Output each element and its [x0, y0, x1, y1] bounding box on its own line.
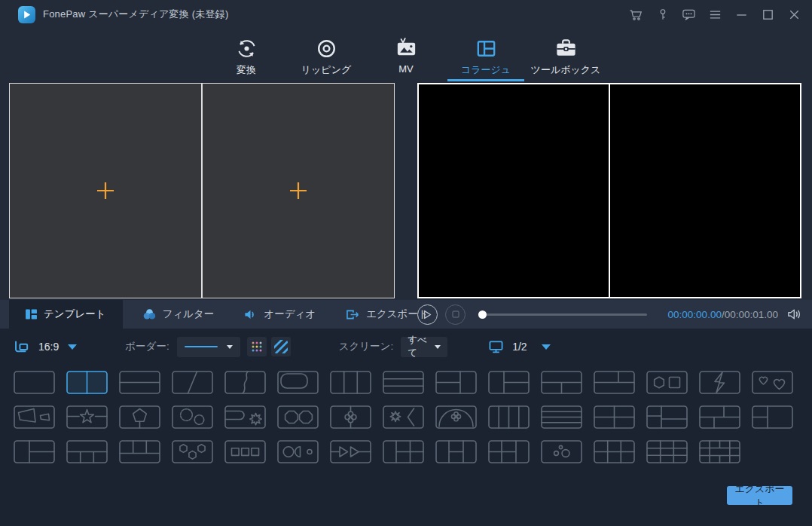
template-cell-grid-right-col[interactable]	[488, 440, 530, 463]
template-cell-clover-split[interactable]	[330, 405, 371, 429]
border-style-dropdown-arrow	[227, 345, 233, 349]
titlebar-buttons	[627, 6, 803, 23]
template-cell-star-bar[interactable]	[66, 405, 108, 429]
template-cell-grid-2x2[interactable]	[594, 405, 635, 429]
template-cell-bolt[interactable]	[699, 371, 740, 394]
minimize-icon[interactable]	[733, 6, 750, 23]
template-cell-tab-burst[interactable]	[224, 405, 266, 429]
rip-icon	[314, 35, 339, 62]
template-cell-hex-square[interactable]	[646, 371, 688, 394]
template-cell-cols-4[interactable]	[488, 405, 530, 429]
template-page-control: 1/2	[489, 340, 550, 353]
template-cell-arrows-2[interactable]	[330, 440, 371, 463]
collage-editor	[9, 83, 395, 298]
template-cell-hexagons-3[interactable]	[172, 440, 213, 463]
collage-slot-2[interactable]	[203, 84, 394, 298]
template-cell-pinwheel-bracket[interactable]	[383, 405, 424, 429]
template-cell-narrow-left-split[interactable]	[752, 405, 793, 429]
template-cell-octagons[interactable]	[277, 405, 319, 429]
template-cell-arch-clover[interactable]	[435, 405, 477, 429]
volume-button[interactable]	[786, 307, 802, 321]
tab-filter[interactable]: フィルター	[130, 300, 227, 329]
template-cell-pip-round[interactable]	[277, 371, 319, 394]
screen-select-value: すべて	[408, 334, 435, 359]
color-palette-icon	[251, 341, 263, 353]
register-key-icon[interactable]	[654, 6, 671, 23]
nav-item-rip[interactable]: リッピング	[286, 29, 366, 81]
template-cell-split-h[interactable]	[119, 371, 160, 394]
template-cell-tworows-right[interactable]	[488, 371, 530, 394]
template-cell-megaphone[interactable]	[14, 405, 55, 429]
template-cell-rows-4[interactable]	[541, 405, 582, 429]
template-cell-squares-3[interactable]	[224, 440, 266, 463]
maximize-icon[interactable]	[759, 6, 777, 23]
template-cell-grid-3x3[interactable]	[646, 440, 688, 463]
audio-icon	[244, 309, 257, 320]
collage-icon	[474, 35, 499, 62]
nav-item-collage[interactable]: コラージュ	[446, 29, 526, 81]
border-pattern-button[interactable]	[271, 337, 291, 356]
template-cell-hearts[interactable]	[752, 371, 793, 394]
template-cell-grid-border-center[interactable]	[699, 440, 740, 463]
template-cell-top-bottom-cols3[interactable]	[66, 440, 108, 463]
preview-area	[417, 83, 801, 298]
template-icon	[26, 309, 37, 320]
collage-settings-bar: 16:9 ボーダー: スクリーン: すべて	[0, 329, 812, 365]
template-cell-split-diag[interactable]	[172, 371, 213, 394]
template-cell-twocols-bottom[interactable]	[541, 371, 582, 394]
nav-label: コラージュ	[461, 63, 511, 77]
template-cell-tworows-left[interactable]	[435, 371, 477, 394]
template-cell-tworows-right[interactable]	[14, 440, 55, 463]
toolbox-icon	[554, 35, 578, 62]
template-cell-grid-left-col[interactable]	[383, 440, 424, 463]
template-cell-bubbles[interactable]	[541, 440, 582, 463]
template-cell-grid-offset-a[interactable]	[646, 405, 688, 429]
template-cell-gear-circles[interactable]	[172, 405, 213, 429]
tool-strip: テンプレートフィルターオーディオエクスポート 00:00:00.00/00:00…	[0, 300, 812, 329]
border-line-sample	[185, 346, 218, 347]
export-button[interactable]: エクスポート	[727, 486, 792, 505]
template-cell-cols3-bottom[interactable]	[119, 440, 160, 463]
add-media-icon	[288, 180, 309, 201]
collage-slot-1[interactable]	[10, 84, 201, 298]
template-cell-pentagon-stem[interactable]	[119, 405, 160, 429]
seek-slider[interactable]	[480, 313, 647, 316]
template-cell-blank[interactable]	[14, 371, 55, 394]
main-nav: 変換リッピングMVコラージュツールボックス	[0, 29, 812, 81]
preview-pane-2	[610, 84, 800, 297]
time-total: 00:00:01.00	[725, 309, 778, 320]
aspect-ratio-dropdown-arrow[interactable]	[68, 344, 77, 350]
nav-item-mv[interactable]: MV	[366, 29, 446, 81]
cart-icon[interactable]	[627, 6, 645, 23]
screen-select[interactable]: すべて	[401, 337, 447, 357]
template-cell-grid-offset-b[interactable]	[699, 405, 740, 429]
nav-item-convert[interactable]: 変換	[206, 29, 286, 81]
feedback-icon[interactable]	[680, 6, 698, 23]
stop-button[interactable]	[445, 304, 466, 325]
tab-template[interactable]: テンプレート	[9, 300, 123, 329]
nav-item-toolbox[interactable]: ツールボックス	[526, 29, 606, 81]
stripes-pattern-icon	[274, 340, 288, 353]
filter-icon	[143, 308, 156, 320]
menu-icon[interactable]	[707, 6, 724, 23]
template-cell-cols-3[interactable]	[330, 371, 371, 394]
border-color-button[interactable]	[247, 337, 267, 356]
close-icon[interactable]	[786, 6, 803, 23]
template-cell-split-v-selected[interactable]	[66, 371, 108, 394]
template-page-dropdown-arrow[interactable]	[542, 344, 551, 350]
template-cell-circle-half-dot[interactable]	[277, 440, 319, 463]
border-style-select[interactable]	[177, 337, 240, 357]
template-cell-grid-mid-split[interactable]	[435, 440, 477, 463]
seek-slider-knob[interactable]	[478, 310, 487, 319]
time-display: 00:00:00.00/00:00:01.00	[668, 309, 778, 320]
template-cell-rows-3[interactable]	[383, 371, 424, 394]
template-cell-twocols-top[interactable]	[594, 371, 635, 394]
export-tab-icon	[346, 309, 359, 320]
aspect-ratio-control[interactable]: 16:9	[14, 339, 77, 354]
editor-tabs: テンプレートフィルターオーディオエクスポート	[0, 300, 407, 329]
tab-audio[interactable]: オーディオ	[231, 300, 328, 329]
volume-icon	[786, 307, 802, 321]
template-cell-grid-2x3[interactable]	[594, 440, 635, 463]
template-cell-split-curve[interactable]	[224, 371, 266, 394]
play-button[interactable]	[417, 304, 438, 325]
